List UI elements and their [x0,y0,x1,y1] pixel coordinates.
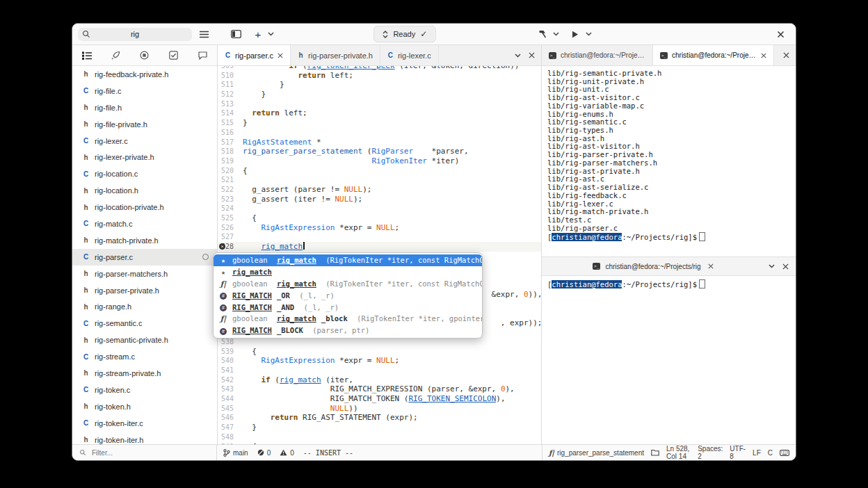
terminal-2[interactable]: [christian@fedora:~/Projects/rig]$ [542,276,796,444]
terminal-tab[interactable]: >_christian@fedora:~/Projects/rig [653,45,774,65]
chat-bubble-icon[interactable] [195,48,210,63]
file-type-icon: h [83,369,89,377]
sidebar-file[interactable]: hrig-semantic-private.h [72,332,217,348]
sidebar-file[interactable]: hrig-parser-private.h [72,282,217,299]
sidebar-file[interactable]: Crig-file.c [72,83,217,99]
completion-item[interactable]: ƒ|gboolean rig_match (RigTokenIter *iter… [214,278,482,290]
completion-item[interactable]: #RIG_MATCH_AND (_l, _r) [214,301,482,313]
sidebar-filter[interactable] [72,445,217,460]
hamburger-menu-icon[interactable] [196,26,211,42]
window-close-icon[interactable] [773,26,789,42]
tab-close-icon[interactable] [278,53,283,58]
keyboard-icon[interactable] [780,448,789,457]
sidebar-file[interactable]: hrig-stream-private.h [72,365,217,382]
build-status-selector[interactable]: Ready ✓ [373,26,436,42]
sidebar-file[interactable]: hrig-location.h [72,182,217,199]
terminal-2-panel-close-icon[interactable] [780,261,790,271]
sidebar-file[interactable]: hrig-range.h [72,298,217,315]
file-name: rig-match.c [95,220,132,228]
completion-popup: ★gboolean rig_match (RigTokenIter *iter,… [213,252,483,339]
sidebar-file[interactable]: hrig-file.h [72,99,217,116]
editor-tab[interactable]: Crig-lexer.c [380,45,439,65]
build-hammer-icon[interactable] [535,26,550,42]
encoding-setting[interactable]: UTF-8 [730,445,746,460]
error-counter[interactable]: 0 [257,449,271,457]
sidebar-file[interactable]: Crig-parser.c [72,249,217,266]
sidebar-file[interactable]: Crig-token.c [72,382,217,398]
close-terminal-panel-icon[interactable] [780,50,791,61]
sidebar-file[interactable]: Crig-location.c [72,165,217,182]
tab-label: rig-parser-private.h [308,51,373,60]
todo-check-icon[interactable] [166,48,182,63]
terminal-output-line: lib/rig-semantic-private.h [547,70,790,78]
sidebar-file[interactable]: hrig-token-iter.h [72,432,217,444]
code-token: return [298,71,326,80]
code-token: { [243,347,257,356]
completion-item[interactable]: #RIG_MATCH_OR (_l, _r) [214,289,482,301]
line-number-text: 516 [221,129,234,136]
build-pipeline-rocket-icon[interactable] [108,48,123,63]
code-text [241,432,243,442]
terminal-2-close-icon[interactable] [706,261,716,271]
folder-icon[interactable] [651,448,659,457]
line-number: 525 [218,213,241,223]
terminal-1[interactable]: lib/rig-semantic-private.hlib/rig-unit-p… [542,66,796,257]
file-type-icon: h [298,51,304,59]
run-chevron-icon[interactable] [584,26,593,42]
sidebar-file[interactable]: Crig-semantic.c [72,315,217,332]
filter-input[interactable] [90,448,191,457]
completion-item[interactable]: ★rig_match [214,266,482,278]
sidebar-file[interactable]: hrig-match-private.h [72,232,217,249]
editor-tab[interactable]: hrig-parser-private.h [291,45,380,65]
warning-counter[interactable]: 0 [280,449,294,457]
sidebar-file[interactable]: Crig-match.c [72,215,217,232]
editor-tab[interactable]: Crig-parser.c [218,45,291,65]
sidebar-file[interactable]: hrig-file-private.h [72,116,217,133]
sidebar-file[interactable]: hrig-lexer-private.h [72,149,217,165]
sidebar-file[interactable]: Crig-stream.c [72,348,217,365]
code-text: RIG_MATCH_TOKEN (RIG_TOKEN_SEMICOLON), [241,394,506,404]
sidebar-file[interactable]: Crig-lexer.c [72,133,217,149]
completion-item[interactable]: ★gboolean rig_match (RigTokenIter *iter,… [214,254,482,266]
toggle-sidebar-icon[interactable] [228,26,243,42]
file-name: rig-parser-private.h [95,286,159,295]
eol-setting[interactable]: LF [753,449,761,457]
run-play-icon[interactable] [568,26,583,42]
sidebar-file[interactable]: hrig-location-private.h [72,199,217,215]
completion-text: RIG_MATCH [232,326,272,334]
global-search[interactable] [78,28,192,41]
terminal-tab[interactable]: >_christian@fedora:~/Projects/rig [542,45,653,65]
completion-item[interactable]: #RIG_MATCH_BLOCK (parser, ptr) [214,325,482,336]
file-name: rig-file-private.h [95,120,147,129]
close-editor-panel-icon[interactable] [526,50,537,61]
line-number: 517 [218,138,241,147]
tab-list-chevron-icon[interactable] [512,50,523,61]
code-text: } [241,80,284,90]
completion-item[interactable]: ƒ|gboolean rig_match_block (RigTokenIter… [214,313,482,325]
build-chevron-icon[interactable] [552,26,561,42]
language-setting[interactable]: C [768,449,773,457]
indentation-setting[interactable]: Spaces: 2 [698,445,723,460]
terminal-2-tab[interactable]: >_ christian@fedora:~/Projects/rig [542,261,766,271]
new-tab-chevron-icon[interactable] [266,26,275,42]
sidebar-file[interactable]: hrig-token.h [72,398,217,415]
cursor-position[interactable]: Ln 528, Col 14 [666,445,691,460]
project-tree-icon[interactable] [79,48,95,63]
search-input[interactable] [78,29,192,39]
terminal-2-chevron-icon[interactable] [766,261,776,271]
current-function[interactable]: ƒ| rig_parser_parse_statement [549,449,644,457]
stop-record-icon[interactable] [137,48,152,63]
git-branch-indicator[interactable]: main [223,449,248,457]
code-text: return left; [241,108,307,118]
sidebar-file[interactable]: hrig-parser-matchers.h [72,266,217,282]
new-tab-button[interactable]: + [250,26,266,42]
statusbar-left: main 0 0 -- INSERT -- [217,449,542,457]
tab-close-icon[interactable] [761,53,766,58]
sidebar-file[interactable]: Crig-token-iter.c [72,415,217,432]
sidebar-file[interactable]: hrig-feedback-private.h [72,66,217,83]
completion-text: _AND [277,303,294,311]
file-type-icon: C [83,220,89,227]
terminal-output-line: lib/rig-parser.c [547,225,790,233]
code-line: 512 } [218,90,541,99]
code-text [241,175,243,185]
